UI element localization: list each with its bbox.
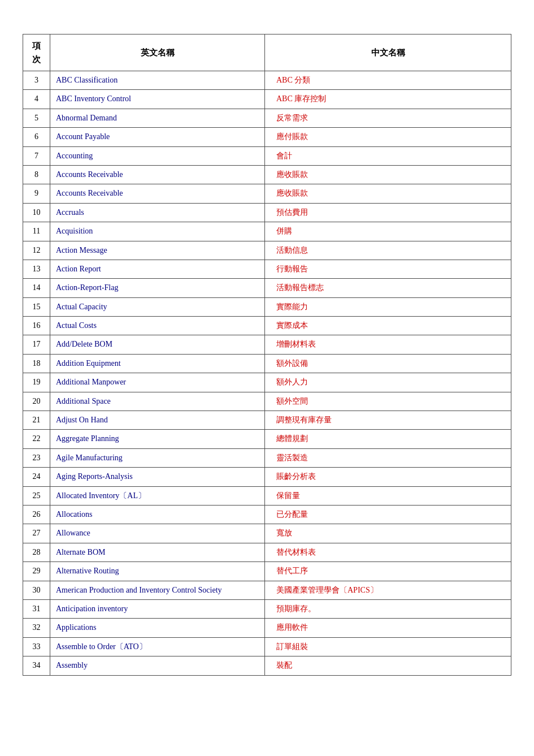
table-row: 33Assemble to Order〔ATO〕訂單組裝 (23, 637, 511, 656)
cell-num: 14 (23, 279, 50, 297)
cell-num: 17 (23, 335, 50, 354)
cell-chinese: 額外空間 (265, 392, 511, 411)
cell-chinese: 寬放 (265, 524, 511, 543)
cell-english: Accounting (50, 146, 265, 165)
table-row: 11Acquisition併購 (23, 222, 511, 241)
cell-chinese: 增刪材料表 (265, 335, 511, 354)
cell-num: 21 (23, 411, 50, 430)
cell-num: 34 (23, 656, 50, 675)
cell-num: 27 (23, 524, 50, 543)
cell-chinese: 應收賬款 (265, 184, 511, 203)
cell-num: 18 (23, 354, 50, 373)
cell-chinese: 會計 (265, 146, 511, 165)
cell-chinese: 訂單組裝 (265, 637, 511, 656)
cell-chinese: 美國產業管理學會〔APICS〕 (265, 581, 511, 599)
cell-english: Additional Manpower (50, 373, 265, 392)
cell-chinese: 賬齡分析表 (265, 468, 511, 486)
table-row: 6Account Payable應付賬款 (23, 128, 511, 146)
cell-english: Accounts Receivable (50, 184, 265, 203)
cell-english: Adjust On Hand (50, 411, 265, 430)
cell-chinese: 預估費用 (265, 203, 511, 222)
table-row: 34Assembly裝配 (23, 656, 511, 675)
table-row: 17Add/Delete BOM增刪材料表 (23, 335, 511, 354)
cell-num: 6 (23, 128, 50, 146)
cell-english: Allowance (50, 524, 265, 543)
cell-num: 16 (23, 317, 50, 335)
table-row: 14Action-Report-Flag活動報告標志 (23, 279, 511, 297)
table-row: 12Action Message活動信息 (23, 241, 511, 260)
cell-english: Alternative Routing (50, 562, 265, 581)
cell-num: 26 (23, 505, 50, 524)
cell-num: 23 (23, 448, 50, 467)
cell-english: Assemble to Order〔ATO〕 (50, 637, 265, 656)
table-row: 22Aggregate Planning總體規劃 (23, 430, 511, 448)
cell-english: Aggregate Planning (50, 430, 265, 448)
cell-chinese: 靈活製造 (265, 448, 511, 467)
table-row: 31Anticipation inventory預期庫存。 (23, 599, 511, 618)
table-row: 4ABC Inventory ControlABC 庫存控制 (23, 90, 511, 109)
cell-english: Action Message (50, 241, 265, 260)
cell-num: 13 (23, 260, 50, 278)
header-english: 英文名稱 (50, 34, 265, 71)
table-row: 16Actual Costs實際成本 (23, 317, 511, 335)
cell-num: 24 (23, 468, 50, 486)
cell-chinese: 行動報告 (265, 260, 511, 278)
cell-chinese: 總體規劃 (265, 430, 511, 448)
cell-english: Allocated Inventory〔AL〕 (50, 486, 265, 505)
cell-english: Actual Costs (50, 317, 265, 335)
table-row: 21Adjust On Hand調整現有庫存量 (23, 411, 511, 430)
cell-english: Actual Capacity (50, 297, 265, 316)
cell-english: Accruals (50, 203, 265, 222)
table-row: 25Allocated Inventory〔AL〕保留量 (23, 486, 511, 505)
cell-english: Add/Delete BOM (50, 335, 265, 354)
table-row: 26Allocations已分配量 (23, 505, 511, 524)
cell-chinese: 反常需求 (265, 109, 511, 127)
cell-chinese: ABC 庫存控制 (265, 90, 511, 109)
table-row: 10Accruals預估費用 (23, 203, 511, 222)
cell-english: Alternate BOM (50, 543, 265, 561)
cell-english: Applications (50, 619, 265, 637)
table-row: 15Actual Capacity實際能力 (23, 297, 511, 316)
table-row: 7Accounting會計 (23, 146, 511, 165)
main-table: 項次 英文名稱 中文名稱 3ABC ClassificationABC 分類4A… (23, 34, 511, 676)
cell-num: 9 (23, 184, 50, 203)
cell-chinese: 併購 (265, 222, 511, 241)
table-row: 27Allowance寬放 (23, 524, 511, 543)
table-row: 24Aging Reports-Analysis賬齡分析表 (23, 468, 511, 486)
table-row: 3ABC ClassificationABC 分類 (23, 71, 511, 90)
cell-num: 5 (23, 109, 50, 127)
cell-english: Aging Reports-Analysis (50, 468, 265, 486)
cell-chinese: 已分配量 (265, 505, 511, 524)
cell-num: 29 (23, 562, 50, 581)
cell-num: 31 (23, 599, 50, 618)
table-row: 18Addition Equipment額外設備 (23, 354, 511, 373)
cell-num: 20 (23, 392, 50, 411)
cell-num: 7 (23, 146, 50, 165)
cell-num: 15 (23, 297, 50, 316)
cell-num: 25 (23, 486, 50, 505)
table-row: 28Alternate BOM替代材料表 (23, 543, 511, 561)
table-row: 9Accounts Receivable應收賬款 (23, 184, 511, 203)
cell-num: 33 (23, 637, 50, 656)
cell-chinese: 應收賬款 (265, 165, 511, 184)
cell-num: 19 (23, 373, 50, 392)
cell-num: 3 (23, 71, 50, 90)
cell-chinese: 裝配 (265, 656, 511, 675)
cell-num: 30 (23, 581, 50, 599)
cell-num: 4 (23, 90, 50, 109)
cell-chinese: 調整現有庫存量 (265, 411, 511, 430)
cell-num: 8 (23, 165, 50, 184)
cell-chinese: 額外人力 (265, 373, 511, 392)
cell-english: Agile Manufacturing (50, 448, 265, 467)
cell-english: ABC Inventory Control (50, 90, 265, 109)
table-row: 30American Production and Inventory Cont… (23, 581, 511, 599)
table-row: 32Applications應用軟件 (23, 619, 511, 637)
header-num: 項次 (23, 34, 50, 71)
cell-chinese: 替代工序 (265, 562, 511, 581)
cell-num: 32 (23, 619, 50, 637)
cell-english: Account Payable (50, 128, 265, 146)
cell-english: Allocations (50, 505, 265, 524)
cell-english: Abnormal Demand (50, 109, 265, 127)
table-row: 20Additional Space額外空間 (23, 392, 511, 411)
table-row: 23Agile Manufacturing靈活製造 (23, 448, 511, 467)
